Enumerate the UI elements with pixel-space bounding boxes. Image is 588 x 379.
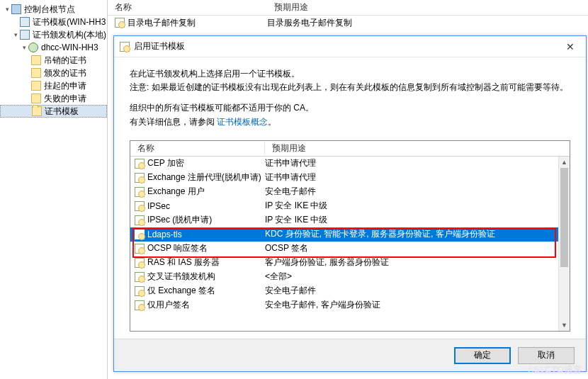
column-purpose[interactable]: 预期用途 xyxy=(267,1,315,13)
certificate-icon xyxy=(135,159,145,169)
list-item[interactable]: OCSP 响应签名OCSP 签名 xyxy=(130,242,570,256)
certificate-icon xyxy=(135,258,145,268)
close-icon: ✕ xyxy=(566,41,575,52)
tree-cert-templates[interactable]: 证书模板 xyxy=(0,105,107,118)
cell-name: 交叉证书颁发机构 xyxy=(147,271,215,283)
list-item[interactable]: CEP 加密证书申请代理 xyxy=(130,157,570,171)
certificate-icon xyxy=(135,201,145,211)
ca-server-icon xyxy=(20,30,30,40)
dialog-titlebar[interactable]: 启用证书模板 ✕ xyxy=(114,36,586,57)
tree-cert-templates-server[interactable]: 证书模板(WIN-HH3 xyxy=(0,16,107,28)
tree-label: 证书颁发机构(本地) xyxy=(31,29,106,41)
tree-pending[interactable]: 挂起的申请 xyxy=(0,79,107,92)
tree-ca-instance[interactable]: dhcc-WIN-HH3 xyxy=(0,41,107,54)
scroll-up-icon[interactable]: ▲ xyxy=(559,157,570,168)
certificate-icon xyxy=(120,42,130,52)
scroll-down-icon[interactable]: ▼ xyxy=(559,319,570,331)
folder-icon xyxy=(31,94,41,103)
cell-purpose: OCSP 签名 xyxy=(265,242,308,254)
chevron-down-icon[interactable] xyxy=(3,6,11,13)
tree-issued[interactable]: 颁发的证书 xyxy=(0,67,107,79)
list-item[interactable]: 仅 Exchange 签名安全电子邮件 xyxy=(130,284,570,298)
tree-ca-local[interactable]: 证书颁发机构(本地) xyxy=(0,28,107,41)
link-suffix: 。 xyxy=(268,117,276,127)
tree-label: 颁发的证书 xyxy=(43,67,86,79)
certificate-icon xyxy=(115,18,125,28)
cell-name: IPSec (脱机申请) xyxy=(147,214,212,226)
cell-purpose: IP 安全 IKE 中级 xyxy=(265,214,327,226)
cell-purpose: IP 安全 IKE 中级 xyxy=(265,200,327,212)
list-item[interactable]: 目录电子邮件复制 目录服务电子邮件复制 xyxy=(108,16,588,30)
certificate-icon xyxy=(135,215,145,225)
button-label: 确定 xyxy=(474,349,491,361)
cert-template-concepts-link[interactable]: 证书模板概念 xyxy=(217,117,268,127)
list-item[interactable]: Exchange 注册代理(脱机申请)证书申请代理 xyxy=(130,171,570,185)
certificate-icon xyxy=(135,272,145,282)
listbox-header: 名称 预期用途 xyxy=(130,141,570,157)
list-item[interactable]: IPSecIP 安全 IKE 中级 xyxy=(130,199,570,213)
listbox-rows: CEP 加密证书申请代理Exchange 注册代理(脱机申请)证书申请代理Exc… xyxy=(130,157,570,331)
cell-purpose: 客户端身份验证, 服务器身份验证 xyxy=(265,256,389,268)
tree-label: 吊销的证书 xyxy=(43,55,86,67)
certificate-icon xyxy=(135,300,145,310)
column-purpose[interactable]: 预期用途 xyxy=(265,142,313,154)
main-list-header: 名称 预期用途 xyxy=(108,0,588,16)
list-item[interactable]: 仅用户签名安全电子邮件, 客户端身份验证 xyxy=(130,298,570,312)
folder-icon xyxy=(31,55,41,65)
tree-root[interactable]: 控制台根节点 xyxy=(0,3,107,16)
certificate-icon xyxy=(135,286,145,296)
certificate-icon xyxy=(135,173,145,183)
folder-open-icon xyxy=(32,106,42,116)
button-label: 取消 xyxy=(538,349,555,361)
column-name[interactable]: 名称 xyxy=(130,142,265,154)
cancel-button[interactable]: 取消 xyxy=(518,347,575,364)
template-listbox[interactable]: 名称 预期用途 CEP 加密证书申请代理Exchange 注册代理(脱机申请)证… xyxy=(130,140,570,332)
folder-icon xyxy=(31,81,41,91)
cell-name: Exchange 注册代理(脱机申请) xyxy=(147,171,261,183)
tree-view[interactable]: 控制台根节点 证书模板(WIN-HH3 证书颁发机构(本地) dhcc-WIN-… xyxy=(0,0,108,379)
cell-name: Ldaps-tls xyxy=(147,230,182,239)
instruction-line-3a: 组织中的所有证书模板可能都不适用于你的 CA。 xyxy=(130,101,570,115)
chevron-down-icon[interactable] xyxy=(20,44,28,51)
cell-purpose: 证书申请代理 xyxy=(265,157,316,169)
cell-purpose: KDC 身份验证, 智能卡登录, 服务器身份验证, 客户端身份验证 xyxy=(265,228,495,240)
cell-purpose: <全部> xyxy=(265,271,292,283)
tree-label: 失败的申请 xyxy=(43,93,86,105)
instruction-line-3b: 有关详细信息，请参阅 证书模板概念。 xyxy=(130,115,570,129)
certificate-icon xyxy=(135,187,145,197)
cell-name: Exchange 用户 xyxy=(147,186,205,198)
list-item[interactable]: 交叉证书颁发机构<全部> xyxy=(130,270,570,284)
enable-cert-template-dialog: 启用证书模板 ✕ 在此证书颁发机构上选择启用一个证书模板。 注意: 如果最近创建… xyxy=(113,35,587,372)
chevron-down-icon[interactable] xyxy=(11,31,20,38)
list-item[interactable]: IPSec (脱机申请)IP 安全 IKE 中级 xyxy=(130,213,570,227)
cell-name: OCSP 响应签名 xyxy=(147,242,208,254)
certificate-icon xyxy=(135,230,145,239)
cell-purpose: 目录服务电子邮件复制 xyxy=(267,17,352,29)
folder-icon xyxy=(31,68,41,78)
list-item[interactable]: Ldaps-tlsKDC 身份验证, 智能卡登录, 服务器身份验证, 客户端身份… xyxy=(130,227,570,242)
scroll-thumb[interactable] xyxy=(560,168,568,267)
template-server-icon xyxy=(20,17,30,27)
column-name[interactable]: 名称 xyxy=(108,1,267,13)
link-prefix: 有关详细信息，请参阅 xyxy=(130,117,217,127)
cell-purpose: 证书申请代理 xyxy=(265,171,316,183)
cell-name: CEP 加密 xyxy=(147,157,184,169)
close-button[interactable]: ✕ xyxy=(555,37,586,57)
scroll-track[interactable] xyxy=(559,168,570,319)
tree-label: 控制台根节点 xyxy=(23,4,75,16)
tree-label: 证书模板 xyxy=(43,106,79,118)
tree-failed[interactable]: 失败的申请 xyxy=(0,92,107,105)
list-item[interactable]: RAS 和 IAS 服务器客户端身份验证, 服务器身份验证 xyxy=(130,256,570,270)
dialog-body: 在此证书颁发机构上选择启用一个证书模板。 注意: 如果最近创建的证书模板没有出现… xyxy=(114,57,586,135)
ok-button[interactable]: 确定 xyxy=(454,347,511,364)
listbox-scrollbar[interactable]: ▲ ▼ xyxy=(558,157,570,331)
ca-icon xyxy=(28,43,38,52)
tree-revoked[interactable]: 吊销的证书 xyxy=(0,54,107,67)
cell-name: IPSec xyxy=(147,201,170,211)
tree-label: dhcc-WIN-HH3 xyxy=(40,43,98,52)
tree-label: 挂起的申请 xyxy=(43,80,86,92)
dialog-title: 启用证书模板 xyxy=(134,40,555,52)
tree-label: 证书模板(WIN-HH3 xyxy=(31,16,106,28)
instruction-line-2: 注意: 如果最近创建的证书模板没有出现在此列表上，则在有关此模板的信息复制到所有… xyxy=(130,81,570,94)
list-item[interactable]: Exchange 用户安全电子邮件 xyxy=(130,185,570,199)
